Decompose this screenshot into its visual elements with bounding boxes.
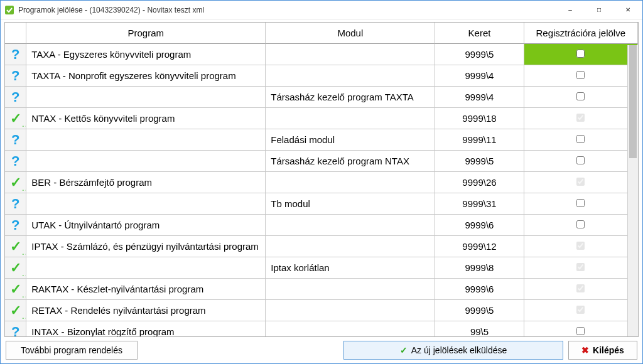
cell-modul (266, 236, 435, 257)
exit-button[interactable]: ✖ Kilépés (568, 341, 637, 360)
table-row[interactable]: ?Társasház kezelő program TAXTA9999\4 (5, 87, 638, 108)
check-icon: ✓ (10, 282, 21, 296)
table-row[interactable]: ?TAXTA - Nonprofit egyszeres könyvviteli… (5, 65, 638, 87)
table-row[interactable]: ✓NTAX - Kettős könyvviteli program9999\1… (5, 108, 638, 129)
send-selections-button[interactable]: ✓ Az új jelölések elküldése (343, 341, 563, 360)
row-status-icon-cell: ✓ (5, 236, 26, 257)
col-header-icon[interactable] (5, 23, 26, 44)
reg-checkbox[interactable] (576, 199, 585, 207)
cell-keret: 9999\8 (435, 257, 524, 279)
cell-modul: Tb modul (266, 193, 435, 215)
col-header-reg[interactable]: Regisztrációra jelölve (524, 23, 638, 44)
cell-program (26, 129, 266, 151)
reg-checkbox (576, 242, 585, 250)
cell-keret: 9999\31 (435, 193, 524, 215)
cell-program: RAKTAX - Készlet-nyilvántartási program (26, 279, 266, 300)
cell-keret: 9999\5 (435, 300, 524, 321)
question-icon: ? (11, 154, 19, 168)
cell-modul (266, 321, 435, 337)
table-row[interactable]: ?Tb modul9999\31 (5, 193, 638, 215)
col-header-keret[interactable]: Keret (435, 23, 524, 44)
cell-reg (524, 87, 638, 108)
question-icon: ? (11, 69, 19, 83)
table-row[interactable]: ?Feladási modul9999\11 (5, 129, 638, 151)
order-more-label: További program rendelés (21, 345, 122, 355)
table-row[interactable]: ✓IPTAX - Számlázó, és pénzügyi nyilvánta… (5, 236, 638, 257)
grid-container: Program Modul Keret Regisztrációra jelöl… (4, 22, 639, 337)
reg-checkbox[interactable] (576, 156, 585, 164)
cell-reg (524, 151, 638, 172)
col-header-program[interactable]: Program (26, 23, 266, 44)
table-row[interactable]: ?INTAX - Bizonylat rögzítő program99\5 (5, 321, 638, 337)
table-header-row: Program Modul Keret Regisztrációra jelöl… (5, 23, 638, 44)
cell-reg (524, 129, 638, 151)
reg-checkbox (576, 306, 585, 314)
reg-checkbox (576, 263, 585, 271)
cell-reg (524, 215, 638, 236)
close-button[interactable]: ✕ (613, 1, 642, 19)
reg-checkbox[interactable] (576, 135, 585, 143)
cell-keret: 9999\11 (435, 129, 524, 151)
cell-program (26, 193, 266, 215)
question-icon: ? (11, 197, 19, 211)
cell-modul (266, 300, 435, 321)
reg-checkbox (576, 284, 585, 292)
question-icon: ? (11, 90, 19, 104)
table-row[interactable]: ?Társasház kezelő program NTAX9999\5 (5, 151, 638, 172)
cell-reg (524, 44, 638, 65)
cell-program: INTAX - Bizonylat rögzítő program (26, 321, 266, 337)
cell-modul (266, 65, 435, 87)
row-status-icon-cell: ✓ (5, 300, 26, 321)
question-icon: ? (11, 48, 19, 62)
cell-keret: 9999\4 (435, 65, 524, 87)
check-icon: ✓ (10, 112, 21, 126)
reg-checkbox[interactable] (576, 327, 585, 335)
table-row[interactable]: ✓Iptax korlátlan9999\8 (5, 257, 638, 279)
cell-keret: 9999\6 (435, 279, 524, 300)
row-status-icon-cell: ✓ (5, 279, 26, 300)
close-icon: ✖ (581, 345, 589, 355)
cell-modul: Iptax korlátlan (266, 257, 435, 279)
reg-checkbox[interactable] (576, 220, 585, 228)
cell-modul (266, 215, 435, 236)
minimize-button[interactable]: – (556, 1, 585, 19)
order-more-button[interactable]: További program rendelés (6, 341, 138, 360)
cell-reg (524, 236, 638, 257)
cell-keret: 99\5 (435, 321, 524, 337)
maximize-button[interactable]: □ (585, 1, 613, 19)
table-row[interactable]: ✓RAKTAX - Készlet-nyilvántartási program… (5, 279, 638, 300)
question-icon: ? (11, 325, 19, 338)
footer-bar: További program rendelés ✓ Az új jelölés… (1, 337, 642, 363)
table-row[interactable]: ✓BER - Bérszámfejtő program9999\26 (5, 172, 638, 193)
reg-checkbox[interactable] (576, 92, 585, 100)
app-icon (4, 5, 14, 15)
table-row[interactable]: ✓RETAX - Rendelés nyilvántartási program… (5, 300, 638, 321)
svg-rect-0 (5, 6, 14, 14)
cell-program: NTAX - Kettős könyvviteli program (26, 108, 266, 129)
table-row[interactable]: ?TAXA - Egyszeres könyvviteli program999… (5, 44, 638, 65)
cell-program (26, 87, 266, 108)
reg-checkbox[interactable] (576, 50, 585, 58)
cell-reg (524, 257, 638, 279)
reg-checkbox[interactable] (576, 71, 585, 79)
vertical-scrollbar[interactable] (627, 45, 638, 336)
col-header-modul[interactable]: Modul (266, 23, 435, 44)
cell-reg (524, 321, 638, 337)
title-bar: Programok jelölése - (10432390242) - Nov… (1, 1, 642, 19)
cell-keret: 9999\6 (435, 215, 524, 236)
check-icon: ✓ (10, 304, 21, 318)
reg-checkbox (576, 178, 585, 186)
cell-reg (524, 108, 638, 129)
table-row[interactable]: ?UTAK - Útnyilvántartó program9999\6 (5, 215, 638, 236)
row-status-icon-cell: ? (5, 193, 26, 215)
exit-label: Kilépés (593, 345, 624, 355)
cell-keret: 9999\18 (435, 108, 524, 129)
cell-modul (266, 279, 435, 300)
scrollbar-thumb[interactable] (629, 45, 637, 158)
cell-keret: 9999\5 (435, 151, 524, 172)
row-status-icon-cell: ? (5, 129, 26, 151)
cell-modul: Feladási modul (266, 129, 435, 151)
cell-program: TAXTA - Nonprofit egyszeres könyvviteli … (26, 65, 266, 87)
check-icon: ✓ (400, 345, 408, 355)
cell-program: RETAX - Rendelés nyilvántartási program (26, 300, 266, 321)
